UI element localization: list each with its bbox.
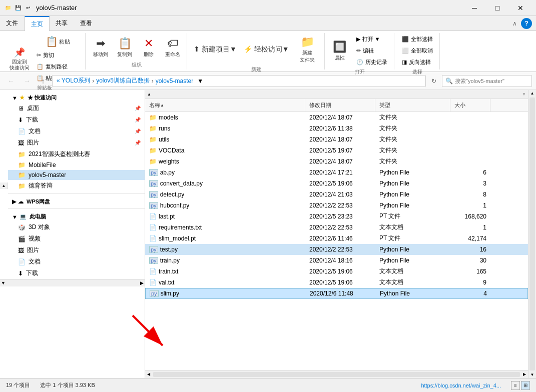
tab-home[interactable]: 主页 <box>25 16 50 31</box>
undo-icon: ↩ <box>24 4 32 12</box>
breadcrumb-segment[interactable]: « YOLO系列 <box>57 76 90 85</box>
table-row[interactable]: py hubconf.py 2020/12/2 22:53 Python Fil… <box>145 200 528 211</box>
delete-button[interactable]: ✕ 删除 <box>138 36 160 60</box>
scroll-up-arrow[interactable]: ▲ <box>147 92 151 96</box>
sidebar-item-3d[interactable]: 🎲 3D 对象 <box>8 222 145 233</box>
table-row[interactable]: 📄 last.pt 2020/12/5 23:23 PT 文件 168,620 <box>145 211 528 222</box>
sidebar-item-video[interactable]: 🎬 视频 <box>8 233 145 244</box>
forward-button[interactable]: → <box>20 74 34 88</box>
sidebar-item-downloads-pc[interactable]: ⬇ 下载 <box>8 268 145 279</box>
search-box[interactable]: 🔍 <box>442 75 532 87</box>
sidebar-item-ethics[interactable]: 📁 德育答辩 <box>8 180 145 192</box>
table-row-slim-py[interactable]: py slim.py 2020/12/6 11:48 Python File 4 <box>145 288 528 299</box>
copy-to-button[interactable]: 📋 复制到 <box>114 36 136 60</box>
easy-access-button[interactable]: ⚡ 轻松访问▼ <box>241 44 292 56</box>
table-row[interactable]: 📄 val.txt 2020/12/5 19:06 文本文档 9 <box>145 277 528 288</box>
scroll-down-btn[interactable]: ▼ <box>528 372 536 378</box>
sidebar-item-helmet[interactable]: 📁 2021智源头盔检测比赛 <box>8 148 145 160</box>
table-row[interactable]: 📁 runs 2020/12/6 11:38 文件夹 <box>145 123 528 134</box>
url-display: https://blog.csdn.net/wai_zin_4... <box>421 382 501 388</box>
quick-access-section[interactable]: ▼ ★ ★ 快速访问 <box>8 92 145 102</box>
table-row[interactable]: 📄 requirements.txt 2020/12/2 22:53 文本文档 … <box>145 222 528 233</box>
help-button[interactable]: ? <box>521 18 532 29</box>
move-to-button[interactable]: ➡ 移动到 <box>90 36 112 60</box>
sidebar-scroll-right[interactable]: ▶ <box>140 280 144 286</box>
sidebar-item-downloads[interactable]: ⬇ 下载 📌 <box>8 114 145 126</box>
table-row[interactable]: 📁 VOCData 2020/12/5 19:07 文件夹 <box>145 145 528 156</box>
col-header-type[interactable]: 类型 <box>375 99 450 112</box>
select-all-button[interactable]: ⬛ 全部选择 <box>398 34 436 44</box>
vertical-scrollbar[interactable]: ▲ ▼ <box>528 90 536 378</box>
table-row[interactable]: py ab.py 2020/12/4 17:21 Python File 6 <box>145 167 528 178</box>
scroll-right-btn[interactable]: ▶ <box>521 372 528 376</box>
open-buttons: 🔲 属性 ▶ 打开 ▼ ✏ 编辑 🕐 历史记录 <box>329 34 391 68</box>
table-row[interactable]: py convert_data.py 2020/12/5 19:06 Pytho… <box>145 178 528 189</box>
table-row[interactable]: py train.py 2020/12/4 18:16 Python File … <box>145 255 528 266</box>
title-bar-icons: 📁 💾 ↩ <box>4 4 32 12</box>
status-bar: 19 个项目 选中 1 个项目 3.93 KB https://blog.csd… <box>0 378 536 392</box>
sidebar-item-documents-pc[interactable]: 📄 文档 <box>8 256 145 268</box>
dropdown-arrow[interactable]: ▼ <box>197 78 203 84</box>
tab-share[interactable]: 共享 <box>50 16 74 30</box>
open-button[interactable]: ▶ 打开 ▼ <box>353 34 391 44</box>
address-path[interactable]: « YOLO系列 › yolov5训练自己数据 › yolov5-master … <box>52 75 426 87</box>
copy-path-button[interactable]: 📋 复制路径 <box>33 62 82 72</box>
sidebar-scroll-down[interactable]: ▼ <box>1 280 6 286</box>
pin-to-quickaccess-button[interactable]: 📌 固定到快速访问 <box>7 46 32 72</box>
table-row[interactable]: 📁 utils 2020/12/4 18:07 文件夹 <box>145 134 528 145</box>
table-row-test-py[interactable]: py test.py 2020/12/2 22:53 Python File 1… <box>145 244 528 255</box>
selected-info: 选中 1 个项目 3.93 KB <box>40 382 95 389</box>
col-header-name[interactable]: 名称 ▲ <box>145 99 305 112</box>
sidebar-item-desktop[interactable]: 🖥 桌面 📌 <box>8 102 145 114</box>
list-view-btn[interactable]: ≡ <box>511 381 520 390</box>
ribbon-collapse-btn[interactable]: ∧ <box>512 20 517 27</box>
properties-button[interactable]: 🔲 属性 <box>329 39 351 63</box>
cut-button[interactable]: ✂ 剪切 <box>33 50 82 60</box>
deselect-all-button[interactable]: ⬜ 全部取消 <box>398 46 436 56</box>
tab-file[interactable]: 文件 <box>0 16 25 30</box>
pin-indicator-4: 📌 <box>135 140 141 146</box>
maximize-button[interactable]: □ <box>486 0 509 16</box>
up-button[interactable]: ↑ <box>36 74 50 88</box>
table-row[interactable]: 📄 slim_model.pt 2020/12/6 11:46 PT 文件 42… <box>145 233 528 244</box>
scroll-left-btn[interactable]: ◀ <box>145 372 152 376</box>
new-folder-button[interactable]: 📁 新建文件夹 <box>294 34 321 65</box>
edit-button[interactable]: ✏ 编辑 <box>353 46 391 56</box>
paste-button[interactable]: 📋 粘贴 <box>33 34 82 49</box>
table-row[interactable]: py detect.py 2020/12/4 21:03 Python File… <box>145 189 528 200</box>
col-header-date[interactable]: 修改日期 <box>305 99 375 112</box>
sidebar-item-mobile[interactable]: 📁 MobileFile <box>8 160 145 170</box>
sidebar-scroll-up[interactable]: ▲ <box>1 182 7 189</box>
horizontal-scrollbar[interactable]: ◀ ▶ <box>145 370 528 378</box>
search-input[interactable] <box>455 78 525 84</box>
refresh-button[interactable]: ↻ <box>428 75 440 87</box>
pin-indicator: 📌 <box>135 106 141 111</box>
table-row[interactable]: 📄 train.txt 2020/12/5 19:06 文本文档 165 <box>145 266 528 277</box>
breadcrumb-segment-2[interactable]: yolov5训练自己数据 <box>96 76 150 85</box>
sidebar-item-pictures[interactable]: 🖼 图片 📌 <box>8 137 145 148</box>
table-row[interactable]: 📁 weights 2020/12/4 18:07 文件夹 <box>145 156 528 167</box>
history-button[interactable]: 🕐 历史记录 <box>353 57 391 68</box>
py-icon-ab: py <box>149 169 158 176</box>
breadcrumb-segment-3[interactable]: yolov5-master <box>156 78 193 84</box>
back-button[interactable]: ← <box>4 74 18 88</box>
minimize-button[interactable]: ─ <box>463 0 486 16</box>
grid-view-btn[interactable]: ⊞ <box>521 381 530 390</box>
table-row[interactable]: 📁 models 2020/12/4 18:07 文件夹 <box>145 112 528 123</box>
wps-section[interactable]: ▶ ☁ WPS网盘 <box>8 196 145 206</box>
tab-view[interactable]: 查看 <box>74 16 99 30</box>
rename-button[interactable]: 🏷 重命名 <box>162 36 184 60</box>
this-pc-section[interactable]: ▼ 💻 此电脑 <box>8 211 145 222</box>
col-header-size[interactable]: 大小 <box>450 99 490 112</box>
sidebar-item-yolov5[interactable]: 📁 yolov5-master <box>8 170 145 180</box>
main-layout: ▲ ▼ ★ ★ 快速访问 🖥 桌面 📌 ⬇ <box>0 90 536 378</box>
close-button[interactable]: ✕ <box>509 0 532 16</box>
scroll-up-btn[interactable]: ▲ <box>528 90 536 96</box>
paste-icon: 📋 <box>46 36 58 48</box>
py-icon-slim: py <box>150 290 159 297</box>
sidebar-item-pictures-pc[interactable]: 🖼 图片 <box>8 244 145 256</box>
item-count: 19 个项目 <box>6 382 30 389</box>
invert-selection-button[interactable]: ◨ 反向选择 <box>398 57 436 68</box>
new-item-button[interactable]: ⬆ 新建项目▼ <box>191 44 239 56</box>
sidebar-item-documents[interactable]: 📄 文档 📌 <box>8 126 145 137</box>
